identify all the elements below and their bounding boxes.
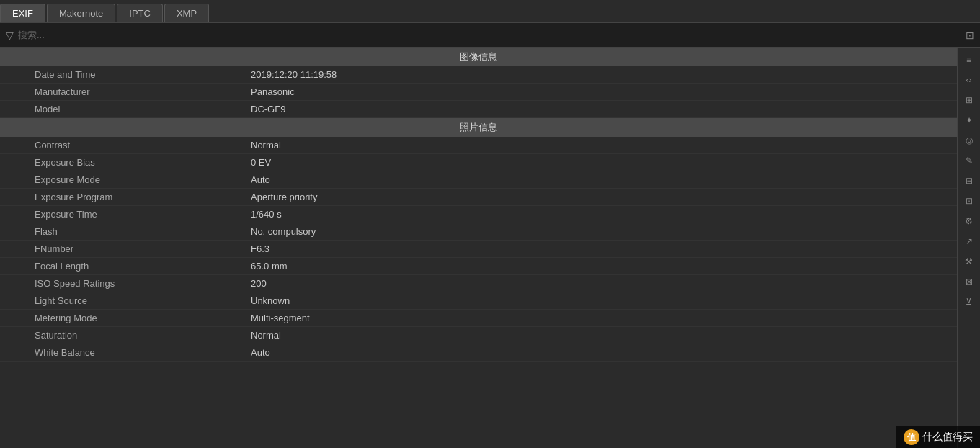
row-key: Flash: [35, 226, 251, 237]
tab-exif[interactable]: EXIF: [0, 4, 45, 22]
row-value: Normal: [251, 140, 928, 151]
table-row: Saturation Normal: [0, 327, 957, 344]
row-key: Exposure Program: [35, 192, 251, 202]
table-row: Date and Time 2019:12:20 11:19:58: [0, 66, 957, 84]
filter-icon: ▽: [6, 30, 14, 41]
row-key: Exposure Bias: [35, 157, 251, 168]
crop-icon[interactable]: ⊡: [960, 192, 979, 210]
grid-icon[interactable]: ⊟: [960, 171, 979, 190]
table-row: Exposure Program Aperture priority: [0, 189, 957, 206]
edit-icon[interactable]: ✎: [960, 151, 979, 170]
tab-xmp[interactable]: XMP: [164, 4, 209, 22]
row-key: Manufacturer: [35, 86, 251, 97]
watermark-text: 什么值得买: [922, 431, 973, 444]
table-row: Contrast Normal: [0, 137, 957, 154]
row-value: 65.0 mm: [251, 261, 928, 272]
row-key: Metering Mode: [35, 313, 251, 323]
table-row: Model DC-GF9: [0, 101, 957, 118]
tab-makernote[interactable]: Makernote: [47, 4, 115, 22]
tab-iptc[interactable]: IPTC: [117, 4, 163, 22]
row-value: 0 EV: [251, 157, 928, 168]
row-value: DC-GF9: [251, 104, 928, 115]
search-input[interactable]: [18, 30, 966, 40]
main-area: 图像信息 Date and Time 2019:12:20 11:19:58 M…: [0, 48, 980, 448]
row-value: 2019:12:20 11:19:58: [251, 69, 928, 80]
row-value: No, compulsory: [251, 226, 928, 237]
table-row: Exposure Bias 0 EV: [0, 154, 957, 171]
row-value: 1/640 s: [251, 209, 928, 220]
tab-bar: EXIF Makernote IPTC XMP: [0, 0, 980, 23]
section-header-photo-info: 照片信息: [0, 118, 957, 137]
settings-icon[interactable]: ⚙: [960, 212, 979, 230]
table-row: Exposure Mode Auto: [0, 171, 957, 189]
search-bar: ▽ ⊡: [0, 23, 980, 48]
row-value: Multi-segment: [251, 313, 928, 323]
menu-icon[interactable]: ≡: [960, 50, 979, 69]
row-value: Normal: [251, 330, 928, 341]
right-sidebar: ≡ ‹› ⊞ ✦ ◎ ✎ ⊟ ⊡ ⚙ ↗ ⚒ ⊠ ⊻: [957, 48, 980, 448]
expand-icon[interactable]: ⊡: [966, 30, 974, 41]
row-key: ISO Speed Ratings: [35, 278, 251, 289]
row-value-white-balance: Auto: [251, 347, 928, 358]
row-key: Exposure Mode: [35, 174, 251, 185]
row-key-white-balance: White Balance: [35, 347, 251, 358]
table-row: ISO Speed Ratings 200: [0, 275, 957, 292]
export-icon[interactable]: ⊻: [960, 292, 979, 311]
star-icon[interactable]: ✦: [960, 111, 979, 130]
row-key: Focal Length: [35, 261, 251, 272]
table-row: Metering Mode Multi-segment: [0, 310, 957, 327]
tools-icon[interactable]: ⚒: [960, 252, 979, 271]
watermark-bar: 值 什么值得买: [896, 426, 980, 448]
row-key: Model: [35, 104, 251, 115]
row-value: Aperture priority: [251, 192, 928, 202]
table-row: Manufacturer Panasonic: [0, 84, 957, 101]
row-value: Auto: [251, 174, 928, 185]
section-header-image-info: 图像信息: [0, 48, 957, 66]
row-value: F6.3: [251, 243, 928, 254]
content-panel: 图像信息 Date and Time 2019:12:20 11:19:58 M…: [0, 48, 957, 448]
table-row: Focal Length 65.0 mm: [0, 258, 957, 275]
print-icon[interactable]: ⊠: [960, 272, 979, 291]
table-row: Flash No, compulsory: [0, 223, 957, 241]
table-row: FNumber F6.3: [0, 241, 957, 258]
table-row: Light Source Unknown: [0, 292, 957, 310]
row-value: Panasonic: [251, 86, 928, 97]
arrow-left-icon[interactable]: ‹›: [960, 71, 979, 89]
share-icon[interactable]: ↗: [960, 232, 979, 251]
row-key: Light Source: [35, 295, 251, 306]
table-row: Exposure Time 1/640 s: [0, 206, 957, 223]
row-key: Date and Time: [35, 69, 251, 80]
row-key: FNumber: [35, 243, 251, 254]
row-value: 200: [251, 278, 928, 289]
watermark-logo: 值: [904, 429, 919, 445]
row-key: Saturation: [35, 330, 251, 341]
table-row: White Balance Auto: [0, 344, 957, 362]
row-value: Unknown: [251, 295, 928, 306]
layers-icon[interactable]: ⊞: [960, 91, 979, 109]
row-key: Contrast: [35, 140, 251, 151]
row-key: Exposure Time: [35, 209, 251, 220]
palette-icon[interactable]: ◎: [960, 131, 979, 150]
